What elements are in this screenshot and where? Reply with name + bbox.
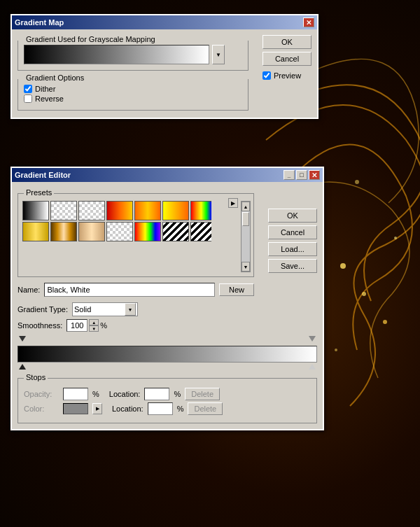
- presets-expand-button[interactable]: ▶: [228, 198, 238, 208]
- preset-swatch-transparent2[interactable]: [78, 201, 105, 220]
- color-swatch[interactable]: [63, 403, 88, 414]
- scrollbar-down-button[interactable]: ▼: [241, 262, 250, 272]
- preset-swatch-yellow-orange[interactable]: [162, 201, 189, 220]
- gradient-type-dropdown-arrow[interactable]: ▼: [125, 303, 136, 316]
- opacity-label: Opacity:: [24, 390, 59, 398]
- right-buttons: OK Cancel Preview: [262, 35, 312, 81]
- opacity-location-label: Location:: [109, 390, 141, 398]
- preset-swatch-transparent3[interactable]: [106, 222, 133, 241]
- maximize-button[interactable]: □: [296, 170, 307, 180]
- name-input[interactable]: [44, 283, 215, 297]
- opacity-location-unit: %: [174, 390, 181, 398]
- minimize-button[interactable]: _: [284, 170, 295, 180]
- preset-swatch-diagonal[interactable]: [162, 222, 189, 241]
- grayscale-box: Gradient Used for Grayscale Mapping ▼: [18, 41, 248, 71]
- editor-close-button[interactable]: ✕: [309, 170, 320, 180]
- preset-swatch-transparent[interactable]: [50, 201, 77, 220]
- preset-swatch-rainbow2[interactable]: [134, 222, 161, 241]
- svg-point-3: [383, 320, 387, 324]
- smoothness-unit: %: [100, 321, 107, 330]
- dither-label: Dither: [35, 85, 55, 93]
- preview-checkbox[interactable]: [262, 71, 271, 80]
- preset-swatch-diagonal2[interactable]: [190, 222, 211, 241]
- gradient-preview-container: ▼: [24, 45, 242, 64]
- opacity-location-input[interactable]: [144, 388, 169, 400]
- gradient-type-select[interactable]: Solid ▼: [72, 302, 138, 316]
- gradient-bar-area: [18, 336, 317, 372]
- dither-row: Dither: [24, 85, 242, 93]
- left-stop-marker: [19, 336, 26, 342]
- presets-area: Presets ▶: [18, 193, 254, 277]
- preset-swatch-skin[interactable]: [78, 222, 105, 241]
- right-color-stop[interactable]: [309, 364, 316, 372]
- left-opacity-stop[interactable]: [19, 336, 26, 344]
- smoothness-up-button[interactable]: ▲: [89, 319, 99, 325]
- editor-ok-button[interactable]: OK: [268, 209, 317, 223]
- preset-swatch-bw[interactable]: [22, 201, 49, 220]
- color-delete-button[interactable]: Delete: [188, 402, 223, 415]
- cancel-button[interactable]: Cancel: [262, 52, 312, 66]
- smoothness-label: Smoothness:: [18, 321, 62, 330]
- right-opacity-stop[interactable]: [309, 336, 316, 344]
- preview-row: Preview: [262, 71, 312, 80]
- svg-point-6: [355, 180, 359, 184]
- gradient-editor-title: Gradient Editor: [15, 171, 71, 179]
- new-button[interactable]: New: [219, 283, 254, 296]
- scrollbar-up-button[interactable]: ▲: [241, 202, 250, 211]
- presets-container: Presets ▶: [18, 193, 254, 277]
- svg-point-5: [394, 237, 397, 239]
- gradient-editor-titlebar[interactable]: Gradient Editor _ □ ✕: [12, 168, 323, 182]
- scrollbar-thumb[interactable]: [242, 212, 249, 226]
- preset-swatch-orange[interactable]: [134, 201, 161, 220]
- gradient-dropdown-arrow[interactable]: ▼: [212, 45, 225, 64]
- gradient-map-titlebar[interactable]: Gradient Map ✕: [12, 15, 317, 29]
- close-button[interactable]: ✕: [303, 17, 314, 27]
- gradient-options-box: Gradient Options Dither Reverse: [18, 79, 248, 111]
- gradient-type-value: Solid: [74, 305, 123, 314]
- presets-scrollbar[interactable]: ▲ ▼: [241, 201, 251, 272]
- reverse-row: Reverse: [24, 94, 242, 103]
- color-spin-button[interactable]: ▶: [92, 403, 102, 414]
- color-stops-row: [18, 364, 317, 372]
- right-color-stop-marker: [309, 364, 316, 370]
- svg-point-1: [362, 292, 366, 296]
- smoothness-control: ▲ ▼ %: [66, 319, 107, 332]
- color-location-unit: %: [177, 405, 184, 413]
- opacity-stops-control-row: Opacity: % Location: % Delete: [24, 388, 311, 400]
- opacity-delete-button[interactable]: Delete: [185, 388, 220, 400]
- editor-right-buttons: OK Cancel Load... Save...: [268, 209, 317, 273]
- save-button[interactable]: Save...: [268, 259, 317, 273]
- preset-swatch-red[interactable]: [106, 201, 133, 220]
- presets-row-1: [22, 201, 211, 220]
- smoothness-down-button[interactable]: ▼: [89, 325, 99, 332]
- gradient-type-label: Gradient Type:: [18, 305, 68, 314]
- smoothness-row: Smoothness: ▲ ▼ %: [18, 319, 317, 332]
- reverse-checkbox[interactable]: [24, 94, 32, 103]
- color-location-label: Location:: [112, 405, 144, 413]
- opacity-value-input[interactable]: [63, 388, 88, 400]
- opacity-stops-row: [18, 336, 317, 344]
- grayscale-legend: Gradient Used for Grayscale Mapping: [24, 35, 158, 43]
- dither-checkbox[interactable]: [24, 85, 32, 93]
- gradient-preview-bar[interactable]: [24, 45, 209, 64]
- color-location-input[interactable]: [148, 402, 173, 415]
- smoothness-input[interactable]: [66, 319, 88, 332]
- presets-legend: Presets: [24, 188, 54, 197]
- preset-swatch-gold[interactable]: [22, 222, 49, 241]
- editor-cancel-button[interactable]: Cancel: [268, 225, 317, 239]
- preset-swatch-rainbow[interactable]: [190, 201, 211, 220]
- left-color-stop-marker: [19, 364, 26, 370]
- gradient-options-legend: Gradient Options: [24, 73, 86, 82]
- left-color-stop[interactable]: [19, 364, 26, 372]
- smoothness-spinner: ▲ ▼: [89, 319, 99, 332]
- grayscale-group: Gradient Used for Grayscale Mapping ▼ Gr…: [18, 41, 248, 111]
- ok-button[interactable]: OK: [262, 35, 312, 49]
- preset-swatch-copper[interactable]: [50, 222, 77, 241]
- reverse-label: Reverse: [35, 94, 64, 103]
- gradient-color-bar[interactable]: [18, 346, 317, 363]
- editor-titlebar-buttons: _ □ ✕: [284, 170, 320, 180]
- right-stop-marker: [309, 336, 316, 342]
- presets-row-2: [22, 222, 211, 241]
- load-button[interactable]: Load...: [268, 242, 317, 256]
- gradient-map-title: Gradient Map: [15, 18, 64, 27]
